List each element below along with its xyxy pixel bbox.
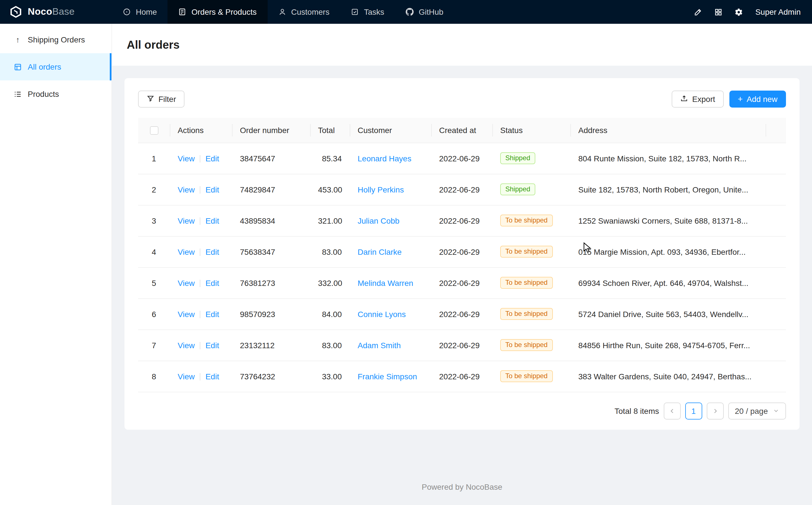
customer-cell: Darin Clarke xyxy=(350,236,431,267)
row-index: 1 xyxy=(138,143,170,174)
column-header-total[interactable]: Total xyxy=(310,118,350,143)
brand[interactable]: NocoBase xyxy=(0,0,112,24)
orders-table-card: Filter Export + xyxy=(124,78,800,430)
customer-link[interactable]: Melinda Warren xyxy=(358,278,414,287)
extra-cell xyxy=(766,143,786,174)
current-user[interactable]: Super Admin xyxy=(755,7,801,16)
customer-cell: Adam Smith xyxy=(350,330,431,361)
prev-page-button[interactable] xyxy=(663,402,681,419)
table-row: 2 ViewEdit 74829847 453.00 Holly Perkins… xyxy=(138,174,786,205)
ui-editor-pen-icon[interactable] xyxy=(690,3,707,20)
actions-cell: ViewEdit xyxy=(170,205,232,236)
view-link[interactable]: View xyxy=(178,185,195,194)
status-cell: To be shipped xyxy=(492,298,570,330)
edit-link[interactable]: Edit xyxy=(205,216,219,225)
extra-cell xyxy=(766,330,786,361)
edit-link[interactable]: Edit xyxy=(205,185,219,194)
nav-item-home[interactable]: Home xyxy=(112,0,168,24)
edit-link[interactable]: Edit xyxy=(205,247,219,256)
customer-link[interactable]: Darin Clarke xyxy=(358,247,402,256)
view-link[interactable]: View xyxy=(178,341,195,350)
action-divider xyxy=(200,187,200,194)
extra-cell xyxy=(766,174,786,205)
address-cell: 5724 Daniel Drive, Suite 563, 54403, Wen… xyxy=(570,298,766,330)
column-header-extra xyxy=(766,118,786,143)
sidebar-item-shipping-orders[interactable]: ↑ Shipping Orders xyxy=(0,26,111,53)
customer-link[interactable]: Adam Smith xyxy=(358,341,401,350)
status-badge: Shipped xyxy=(500,152,535,164)
customer-cell: Holly Perkins xyxy=(350,174,431,205)
actions-cell: ViewEdit xyxy=(170,267,232,298)
nav-item-customers[interactable]: Customers xyxy=(267,0,340,24)
status-cell: To be shipped xyxy=(492,330,570,361)
status-badge: To be shipped xyxy=(500,246,553,258)
column-header-customer[interactable]: Customer xyxy=(350,118,431,143)
address-cell: 383 Walter Gardens, Suite 040, 24947, Be… xyxy=(570,361,766,392)
action-divider xyxy=(200,280,200,287)
customer-link[interactable]: Julian Cobb xyxy=(358,216,399,225)
export-button[interactable]: Export xyxy=(672,91,724,108)
extra-cell xyxy=(766,205,786,236)
edit-link[interactable]: Edit xyxy=(205,309,219,318)
created-at-cell: 2022-06-29 xyxy=(431,298,492,330)
total-cell: 33.00 xyxy=(310,361,350,392)
column-header-actions[interactable]: Actions xyxy=(170,118,232,143)
address-cell: 69934 Schoen River, Apt. 646, 49704, Wal… xyxy=(570,267,766,298)
status-cell: To be shipped xyxy=(492,205,570,236)
extra-cell xyxy=(766,361,786,392)
status-badge: To be shipped xyxy=(500,214,553,226)
total-cell: 85.34 xyxy=(310,143,350,174)
page-size-select[interactable]: 20 / page xyxy=(728,402,786,419)
customer-link[interactable]: Holly Perkins xyxy=(358,185,404,194)
total-cell: 332.00 xyxy=(310,267,350,298)
order-number-cell: 75638347 xyxy=(232,236,310,267)
column-header-created-at[interactable]: Created at xyxy=(431,118,492,143)
view-link[interactable]: View xyxy=(178,247,195,256)
orders-table-icon xyxy=(14,62,22,71)
view-link[interactable]: View xyxy=(178,309,195,318)
edit-link[interactable]: Edit xyxy=(205,278,219,287)
table-row: 1 ViewEdit 38475647 85.34 Leonard Hayes … xyxy=(138,143,786,174)
status-badge: To be shipped xyxy=(500,308,553,320)
select-all-checkbox[interactable] xyxy=(150,126,158,135)
order-number-cell: 73764232 xyxy=(232,361,310,392)
column-header-address[interactable]: Address xyxy=(570,118,766,143)
row-index: 4 xyxy=(138,236,170,267)
column-header-order-number[interactable]: Order number xyxy=(232,118,310,143)
customer-link[interactable]: Frankie Simpson xyxy=(358,372,417,381)
view-link[interactable]: View xyxy=(178,278,195,287)
address-cell: Suite 182, 15783, North Robert, Oregon, … xyxy=(570,174,766,205)
sidebar-item-products[interactable]: Products xyxy=(0,80,111,108)
customer-link[interactable]: Leonard Hayes xyxy=(358,154,412,163)
view-link[interactable]: View xyxy=(178,154,195,163)
nav-item-orders-products[interactable]: Orders & Products xyxy=(168,0,267,24)
settings-gear-icon[interactable] xyxy=(731,3,748,20)
filter-button[interactable]: Filter xyxy=(138,91,185,108)
edit-link[interactable]: Edit xyxy=(205,372,219,381)
content-area: Filter Export + xyxy=(112,66,812,505)
view-link[interactable]: View xyxy=(178,372,195,381)
nav-item-github[interactable]: GitHub xyxy=(395,0,454,24)
customer-link[interactable]: Connie Lyons xyxy=(358,309,406,318)
navbar-actions: Super Admin xyxy=(690,0,812,24)
plugins-grid-icon[interactable] xyxy=(710,3,727,20)
add-new-button[interactable]: + Add new xyxy=(729,91,786,108)
sidebar-item-all-orders[interactable]: All orders xyxy=(0,53,111,80)
edit-link[interactable]: Edit xyxy=(205,341,219,350)
table-header-row: Actions Order number Total Customer Crea… xyxy=(138,118,786,143)
column-header-status[interactable]: Status xyxy=(492,118,570,143)
action-divider xyxy=(200,155,200,163)
created-at-cell: 2022-06-29 xyxy=(431,330,492,361)
status-cell: Shipped xyxy=(492,143,570,174)
page-1-button[interactable]: 1 xyxy=(685,402,702,419)
total-cell: 453.00 xyxy=(310,174,350,205)
edit-link[interactable]: Edit xyxy=(205,154,219,163)
created-at-cell: 2022-06-29 xyxy=(431,267,492,298)
page-title: All orders xyxy=(127,38,180,51)
next-page-button[interactable] xyxy=(707,402,724,419)
view-link[interactable]: View xyxy=(178,216,195,225)
status-badge: To be shipped xyxy=(500,277,553,289)
table-toolbar: Filter Export + xyxy=(138,91,786,108)
nav-item-tasks[interactable]: Tasks xyxy=(340,0,395,24)
nocobase-logo-icon xyxy=(9,5,23,19)
